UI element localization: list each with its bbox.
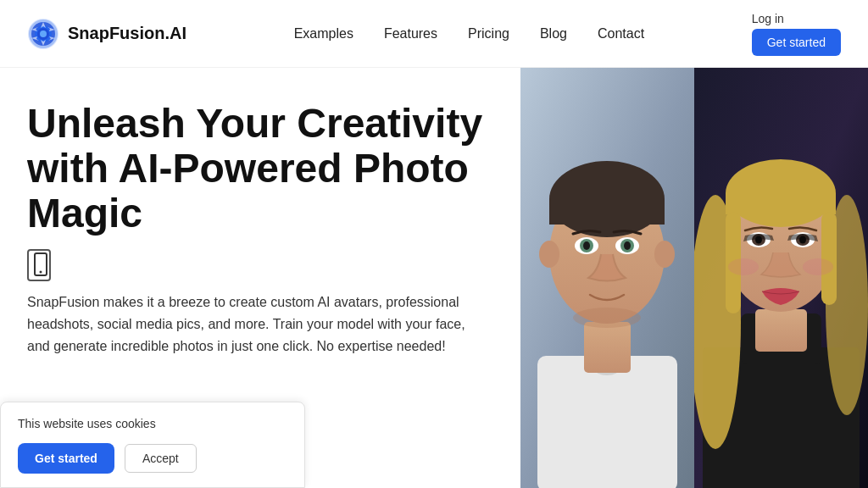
cookie-text: This website uses cookies (18, 416, 287, 433)
svg-point-21 (583, 241, 590, 250)
login-link[interactable]: Log in (752, 12, 784, 25)
nav-features[interactable]: Features (384, 26, 437, 42)
svg-point-16 (654, 241, 675, 268)
cookie-accept-button[interactable]: Accept (125, 444, 197, 473)
svg-point-15 (539, 241, 559, 268)
hero-image-panel (520, 68, 868, 488)
svg-rect-27 (755, 309, 807, 352)
brand-logo-area: SnapFusion.AI (27, 18, 186, 50)
header-get-started-button[interactable]: Get started (752, 29, 841, 56)
svg-point-5 (40, 30, 47, 37)
mobile-icon (27, 249, 51, 281)
svg-rect-11 (584, 322, 631, 373)
svg-point-42 (803, 258, 833, 275)
nav-blog[interactable]: Blog (540, 26, 567, 42)
svg-point-41 (728, 258, 759, 275)
hero-title: Unleash Your Creativity with AI-Powered … (27, 102, 490, 236)
svg-rect-32 (726, 193, 836, 214)
nav-pricing[interactable]: Pricing (468, 26, 509, 42)
brand-name: SnapFusion.AI (68, 24, 186, 43)
hero-description: SnapFusion makes it a breeze to create c… (27, 291, 490, 357)
svg-rect-9 (537, 356, 677, 488)
svg-rect-34 (821, 212, 837, 305)
svg-point-23 (573, 308, 641, 328)
nav-contact[interactable]: Contact (598, 26, 644, 42)
cookie-banner: This website uses cookies Get started Ac… (0, 402, 305, 488)
nav-examples[interactable]: Examples (294, 26, 353, 42)
svg-point-7 (40, 271, 42, 274)
hero-image-male (520, 68, 694, 488)
header-auth-area: Log in Get started (752, 12, 841, 56)
svg-point-22 (624, 241, 631, 250)
hero-image-female (694, 68, 868, 488)
svg-rect-14 (549, 199, 665, 225)
cookie-actions: Get started Accept (18, 443, 287, 474)
brand-logo-icon (27, 18, 59, 50)
main-nav: Examples Features Pricing Blog Contact (294, 26, 644, 42)
hero-get-started-button[interactable]: Get started (18, 443, 114, 474)
